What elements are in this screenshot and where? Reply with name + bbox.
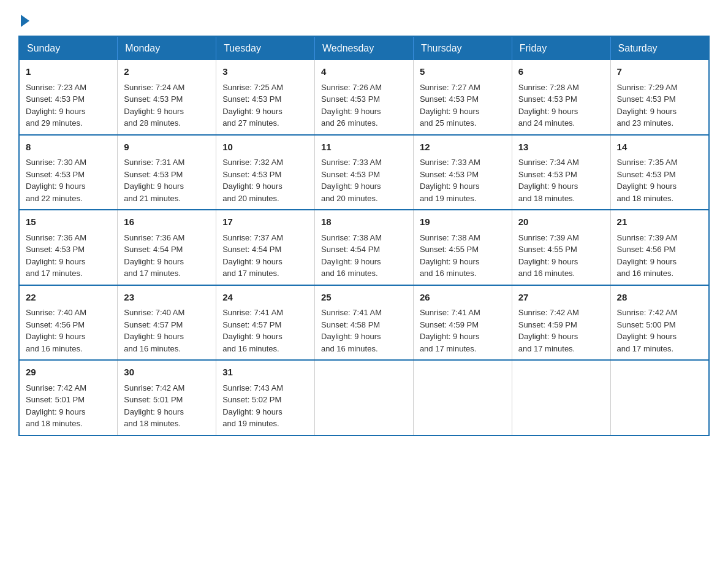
calendar-table: SundayMondayTuesdayWednesdayThursdayFrid… [18, 36, 710, 436]
day-number: 23 [124, 291, 210, 305]
day-info: Sunrise: 7:39 AMSunset: 4:56 PMDaylight:… [617, 233, 678, 278]
calendar-cell: 28 Sunrise: 7:42 AMSunset: 5:00 PMDaylig… [610, 285, 709, 361]
weekday-header-saturday: Saturday [610, 36, 709, 60]
day-info: Sunrise: 7:38 AMSunset: 4:54 PMDaylight:… [321, 233, 382, 278]
day-number: 16 [124, 215, 210, 229]
day-info: Sunrise: 7:33 AMSunset: 4:53 PMDaylight:… [321, 158, 382, 203]
day-info: Sunrise: 7:39 AMSunset: 4:55 PMDaylight:… [518, 233, 579, 278]
day-info: Sunrise: 7:38 AMSunset: 4:55 PMDaylight:… [420, 233, 480, 278]
day-number: 4 [321, 65, 407, 79]
day-number: 17 [222, 215, 308, 229]
calendar-week-row: 29 Sunrise: 7:42 AMSunset: 5:01 PMDaylig… [19, 360, 709, 435]
day-info: Sunrise: 7:30 AMSunset: 4:53 PMDaylight:… [26, 158, 86, 203]
calendar-cell: 3 Sunrise: 7:25 AMSunset: 4:53 PMDayligh… [216, 60, 315, 135]
calendar-cell [315, 360, 414, 435]
calendar-cell [413, 360, 512, 435]
day-number: 1 [26, 65, 111, 79]
calendar-week-row: 22 Sunrise: 7:40 AMSunset: 4:56 PMDaylig… [19, 285, 709, 361]
day-info: Sunrise: 7:33 AMSunset: 4:53 PMDaylight:… [420, 158, 480, 203]
weekday-header-thursday: Thursday [413, 36, 512, 60]
calendar-week-row: 1 Sunrise: 7:23 AMSunset: 4:53 PMDayligh… [19, 60, 709, 135]
day-number: 24 [222, 291, 308, 305]
calendar-cell: 31 Sunrise: 7:43 AMSunset: 5:02 PMDaylig… [216, 360, 315, 435]
calendar-cell: 8 Sunrise: 7:30 AMSunset: 4:53 PMDayligh… [19, 135, 118, 210]
calendar-cell: 18 Sunrise: 7:38 AMSunset: 4:54 PMDaylig… [315, 210, 414, 285]
logo-arrow-icon [21, 15, 29, 27]
day-info: Sunrise: 7:42 AMSunset: 4:59 PMDaylight:… [518, 308, 579, 353]
weekday-header-monday: Monday [118, 36, 216, 60]
calendar-cell: 24 Sunrise: 7:41 AMSunset: 4:57 PMDaylig… [216, 285, 315, 361]
calendar-cell: 21 Sunrise: 7:39 AMSunset: 4:56 PMDaylig… [610, 210, 709, 285]
calendar-cell: 1 Sunrise: 7:23 AMSunset: 4:53 PMDayligh… [19, 60, 118, 135]
day-info: Sunrise: 7:41 AMSunset: 4:58 PMDaylight:… [321, 308, 382, 353]
calendar-cell: 9 Sunrise: 7:31 AMSunset: 4:53 PMDayligh… [118, 135, 216, 210]
day-number: 29 [26, 366, 111, 380]
day-info: Sunrise: 7:28 AMSunset: 4:53 PMDaylight:… [518, 83, 579, 128]
calendar-cell: 2 Sunrise: 7:24 AMSunset: 4:53 PMDayligh… [118, 60, 216, 135]
day-number: 25 [321, 291, 407, 305]
day-info: Sunrise: 7:32 AMSunset: 4:53 PMDaylight:… [222, 158, 283, 203]
calendar-cell [512, 360, 610, 435]
day-number: 11 [321, 140, 407, 155]
calendar-week-row: 8 Sunrise: 7:30 AMSunset: 4:53 PMDayligh… [19, 135, 709, 210]
day-number: 9 [124, 140, 210, 155]
calendar-week-row: 15 Sunrise: 7:36 AMSunset: 4:53 PMDaylig… [19, 210, 709, 285]
day-number: 27 [518, 291, 604, 305]
day-info: Sunrise: 7:24 AMSunset: 4:53 PMDaylight:… [124, 83, 184, 128]
calendar-cell: 23 Sunrise: 7:40 AMSunset: 4:57 PMDaylig… [118, 285, 216, 361]
day-info: Sunrise: 7:35 AMSunset: 4:53 PMDaylight:… [617, 158, 678, 203]
day-number: 19 [420, 215, 506, 229]
day-number: 26 [420, 291, 506, 305]
day-info: Sunrise: 7:23 AMSunset: 4:53 PMDaylight:… [26, 83, 86, 128]
calendar-cell: 27 Sunrise: 7:42 AMSunset: 4:59 PMDaylig… [512, 285, 610, 361]
day-info: Sunrise: 7:41 AMSunset: 4:59 PMDaylight:… [420, 308, 480, 353]
day-number: 14 [617, 140, 702, 155]
day-info: Sunrise: 7:37 AMSunset: 4:54 PMDaylight:… [222, 233, 283, 278]
calendar-cell: 10 Sunrise: 7:32 AMSunset: 4:53 PMDaylig… [216, 135, 315, 210]
day-info: Sunrise: 7:25 AMSunset: 4:53 PMDaylight:… [222, 83, 283, 128]
day-info: Sunrise: 7:29 AMSunset: 4:53 PMDaylight:… [617, 83, 678, 128]
day-number: 13 [518, 140, 604, 155]
day-info: Sunrise: 7:41 AMSunset: 4:57 PMDaylight:… [222, 308, 283, 353]
day-number: 10 [222, 140, 308, 155]
day-info: Sunrise: 7:40 AMSunset: 4:56 PMDaylight:… [26, 308, 86, 353]
calendar-cell [610, 360, 709, 435]
day-number: 21 [617, 215, 702, 229]
day-number: 22 [26, 291, 111, 305]
calendar-cell: 17 Sunrise: 7:37 AMSunset: 4:54 PMDaylig… [216, 210, 315, 285]
calendar-cell: 19 Sunrise: 7:38 AMSunset: 4:55 PMDaylig… [413, 210, 512, 285]
day-number: 30 [124, 366, 210, 380]
logo [18, 12, 29, 25]
day-number: 6 [518, 65, 604, 79]
calendar-cell: 29 Sunrise: 7:42 AMSunset: 5:01 PMDaylig… [19, 360, 118, 435]
day-info: Sunrise: 7:26 AMSunset: 4:53 PMDaylight:… [321, 83, 382, 128]
weekday-header-wednesday: Wednesday [315, 36, 414, 60]
calendar-cell: 13 Sunrise: 7:34 AMSunset: 4:53 PMDaylig… [512, 135, 610, 210]
calendar-cell: 5 Sunrise: 7:27 AMSunset: 4:53 PMDayligh… [413, 60, 512, 135]
calendar-cell: 15 Sunrise: 7:36 AMSunset: 4:53 PMDaylig… [19, 210, 118, 285]
weekday-header-row: SundayMondayTuesdayWednesdayThursdayFrid… [19, 36, 709, 60]
day-number: 3 [222, 65, 308, 79]
calendar-cell: 20 Sunrise: 7:39 AMSunset: 4:55 PMDaylig… [512, 210, 610, 285]
weekday-header-tuesday: Tuesday [216, 36, 315, 60]
day-info: Sunrise: 7:36 AMSunset: 4:53 PMDaylight:… [26, 233, 86, 278]
day-number: 20 [518, 215, 604, 229]
page-header [18, 12, 710, 25]
day-info: Sunrise: 7:43 AMSunset: 5:02 PMDaylight:… [222, 383, 283, 429]
calendar-cell: 26 Sunrise: 7:41 AMSunset: 4:59 PMDaylig… [413, 285, 512, 361]
day-number: 7 [617, 65, 702, 79]
day-number: 2 [124, 65, 210, 79]
weekday-header-friday: Friday [512, 36, 610, 60]
day-info: Sunrise: 7:36 AMSunset: 4:54 PMDaylight:… [124, 233, 184, 278]
calendar-cell: 6 Sunrise: 7:28 AMSunset: 4:53 PMDayligh… [512, 60, 610, 135]
day-info: Sunrise: 7:31 AMSunset: 4:53 PMDaylight:… [124, 158, 184, 203]
day-number: 15 [26, 215, 111, 229]
day-number: 8 [26, 140, 111, 155]
weekday-header-sunday: Sunday [19, 36, 118, 60]
calendar-cell: 22 Sunrise: 7:40 AMSunset: 4:56 PMDaylig… [19, 285, 118, 361]
calendar-cell: 11 Sunrise: 7:33 AMSunset: 4:53 PMDaylig… [315, 135, 414, 210]
calendar-cell: 25 Sunrise: 7:41 AMSunset: 4:58 PMDaylig… [315, 285, 414, 361]
day-info: Sunrise: 7:34 AMSunset: 4:53 PMDaylight:… [518, 158, 579, 203]
calendar-cell: 14 Sunrise: 7:35 AMSunset: 4:53 PMDaylig… [610, 135, 709, 210]
day-number: 28 [617, 291, 702, 305]
